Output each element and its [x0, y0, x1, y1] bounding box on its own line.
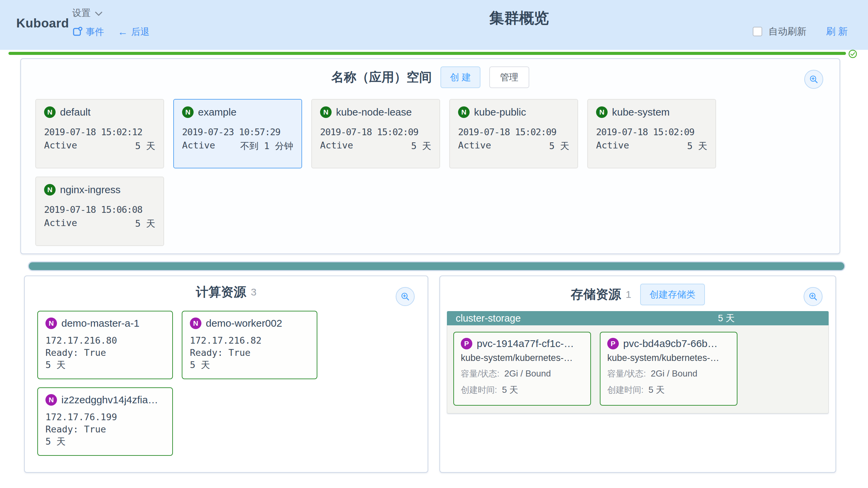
page-title: 集群概览	[489, 8, 549, 28]
node-ready: Ready: True	[45, 347, 165, 359]
pvc-created-label: 创建时间:	[607, 385, 644, 394]
header-nav: 事件 ← 后退	[72, 26, 150, 38]
node-badge-icon: N	[45, 318, 57, 329]
node-age: 5 天	[45, 435, 165, 448]
node-card-demo-master-a-1[interactable]: N demo-master-a-1 172.17.216.80 Ready: T…	[37, 311, 173, 379]
compute-count: 3	[251, 286, 257, 298]
node-ip: 172.17.216.82	[190, 334, 309, 347]
node-card-demo-worker002[interactable]: N demo-worker002 172.17.216.82 Ready: Tr…	[182, 311, 317, 379]
compute-zoom-button[interactable]	[396, 287, 415, 306]
namespace-card-grid: N default 2019-07-18 15:02:12 Active 5 天…	[21, 88, 840, 246]
namespace-name: nginx-ingress	[60, 184, 120, 196]
node-ip: 172.17.76.199	[45, 411, 165, 423]
namespace-status: Active	[44, 218, 77, 230]
back-label: 后退	[131, 26, 150, 38]
namespace-card-nginx-ingress[interactable]: N nginx-ingress 2019-07-18 15:06:08 Acti…	[35, 177, 164, 246]
pvc-path: kube-system/kubernetes-…	[461, 353, 584, 363]
namespace-card-kube-public[interactable]: N kube-public 2019-07-18 15:02:09 Active…	[449, 99, 578, 168]
storage-class-name: cluster-storage	[456, 313, 521, 324]
section-divider-bar	[29, 262, 844, 270]
namespace-status: Active	[596, 140, 629, 152]
namespaces-title: 名称（应用）空间	[331, 69, 432, 86]
namespace-badge-icon: N	[182, 106, 194, 118]
namespace-created: 2019-07-18 15:02:09	[458, 127, 569, 137]
namespace-card-kube-system[interactable]: N kube-system 2019-07-18 15:02:09 Active…	[587, 99, 716, 168]
manage-namespace-button[interactable]: 管理	[489, 66, 529, 88]
node-card-iz2zedgghv[interactable]: N iz2zedgghv14j4zfia… 172.17.76.199 Read…	[37, 387, 173, 456]
pvc-created-label: 创建时间:	[461, 385, 497, 394]
brand-logo[interactable]: Kuboard	[16, 16, 69, 30]
namespace-card-kube-node-lease[interactable]: N kube-node-lease 2019-07-18 15:02:09 Ac…	[311, 99, 440, 168]
namespaces-zoom-button[interactable]	[804, 70, 823, 89]
settings-label: 设置	[72, 7, 91, 19]
namespace-created: 2019-07-18 15:02:09	[596, 127, 707, 137]
namespace-age: 5 天	[687, 140, 707, 152]
back-link[interactable]: ← 后退	[118, 26, 150, 38]
namespace-card-example[interactable]: N example 2019-07-23 10:57:29 Active 不到 …	[173, 99, 302, 168]
namespace-age: 5 天	[411, 140, 431, 152]
namespace-name: example	[198, 106, 236, 118]
node-name: demo-worker002	[206, 318, 282, 329]
node-age: 5 天	[45, 359, 165, 371]
node-badge-icon: N	[190, 318, 201, 329]
node-name: iz2zedgghv14j4zfia…	[61, 394, 158, 406]
namespace-name: kube-public	[474, 106, 526, 118]
node-name: demo-master-a-1	[61, 318, 139, 329]
namespace-badge-icon: N	[320, 106, 332, 118]
node-card-grid: N demo-master-a-1 172.17.216.80 Ready: T…	[25, 301, 428, 456]
external-link-icon	[72, 26, 82, 37]
auto-refresh-label: 自动刷新	[768, 25, 806, 38]
settings-menu[interactable]: 设置	[72, 7, 103, 19]
pvc-capacity-label: 容量/状态:	[607, 369, 646, 378]
namespace-badge-icon: N	[44, 184, 56, 196]
create-namespace-button[interactable]: 创 建	[440, 66, 480, 88]
storage-count: 1	[626, 289, 631, 300]
header-right-controls: 自动刷新 刷 新	[753, 25, 848, 38]
refresh-button[interactable]: 刷 新	[826, 25, 848, 38]
pvc-name: pvc-1914a77f-cf1c-…	[477, 338, 574, 349]
namespace-name: kube-node-lease	[336, 106, 412, 118]
back-arrow-icon: ←	[118, 27, 128, 37]
events-label: 事件	[86, 26, 104, 38]
compute-panel: 计算资源 3 N demo-master-a-1 172.17.216.80 R…	[24, 276, 428, 473]
namespace-age: 5 天	[549, 140, 569, 152]
pvc-path: kube-system/kubernetes-…	[607, 353, 730, 363]
chevron-down-icon	[95, 9, 103, 16]
auto-refresh-checkbox[interactable]	[753, 27, 762, 36]
loading-progress-bar	[8, 52, 846, 55]
namespace-created: 2019-07-18 15:02:12	[44, 127, 155, 137]
storage-class-header[interactable]: cluster-storage 5 天	[447, 311, 829, 325]
events-link[interactable]: 事件	[72, 26, 104, 38]
storage-zoom-button[interactable]	[804, 287, 823, 306]
pvc-card-bd4a9cb7[interactable]: P pvc-bd4a9cb7-66b… kube-system/kubernet…	[600, 332, 737, 406]
namespace-badge-icon: N	[596, 106, 608, 118]
node-ready: Ready: True	[190, 347, 309, 359]
storage-class-group: cluster-storage 5 天 P pvc-1914a77f-cf1c-…	[447, 311, 829, 413]
namespace-card-default[interactable]: N default 2019-07-18 15:02:12 Active 5 天	[35, 99, 164, 168]
namespace-created: 2019-07-18 15:02:09	[320, 127, 431, 137]
storage-class-body: P pvc-1914a77f-cf1c-… kube-system/kubern…	[447, 325, 829, 413]
storage-panel-header: 存储资源 1 创建存储类	[440, 276, 835, 305]
namespace-status: Active	[458, 140, 491, 152]
namespace-name: default	[60, 106, 91, 118]
node-age: 5 天	[190, 359, 309, 371]
namespace-status: Active	[182, 140, 215, 152]
node-ip: 172.17.216.80	[45, 334, 165, 347]
storage-panel: 存储资源 1 创建存储类 cluster-storage 5 天 P	[439, 276, 836, 473]
pvc-name: pvc-bd4a9cb7-66b…	[623, 338, 718, 349]
pvc-age-value: 5 天	[502, 385, 518, 395]
namespace-status: Active	[44, 140, 77, 152]
namespace-age: 5 天	[135, 218, 155, 230]
namespace-age: 不到 1 分钟	[240, 140, 293, 152]
namespace-age: 5 天	[135, 140, 155, 152]
node-badge-icon: N	[45, 394, 57, 406]
namespace-badge-icon: N	[44, 106, 56, 118]
create-storage-class-button[interactable]: 创建存储类	[640, 284, 705, 305]
app-header: Kuboard 设置 事件 ← 后退 集群概览	[0, 0, 868, 50]
node-ready: Ready: True	[45, 423, 165, 435]
pvc-card-1914a77f[interactable]: P pvc-1914a77f-cf1c-… kube-system/kubern…	[453, 332, 591, 406]
kuboard-cluster-overview: Kuboard 设置 事件 ← 后退 集群概览	[0, 0, 868, 488]
compute-panel-header: 计算资源 3	[25, 276, 428, 301]
pvc-capacity-value: 2Gi / Bound	[504, 368, 551, 379]
namespace-name: kube-system	[612, 106, 670, 118]
